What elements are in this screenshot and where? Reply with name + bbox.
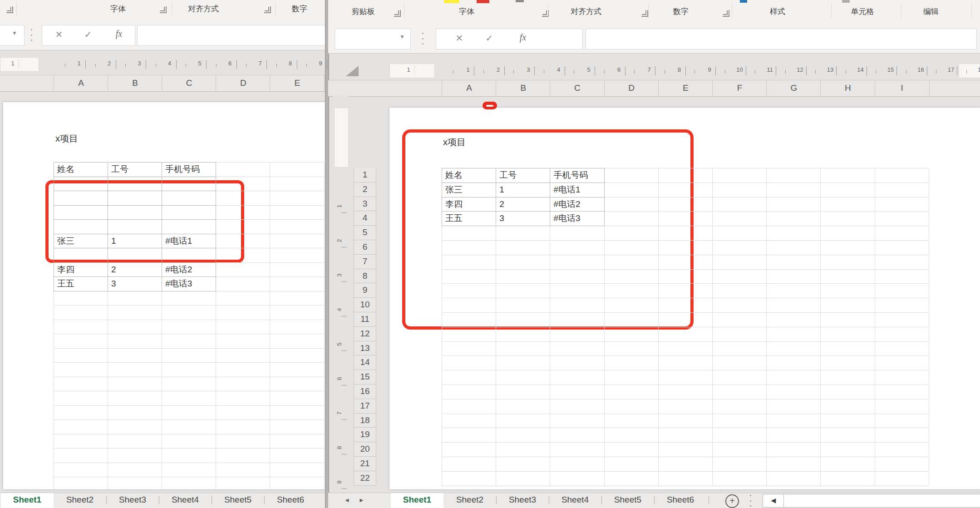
left-column-header-D[interactable]: D	[216, 75, 270, 91]
right-insert-function-icon[interactable]: fx	[516, 32, 530, 43]
left-header-row-cell[interactable]: 手机号码	[165, 162, 214, 177]
right-column-header-G[interactable]: G	[766, 80, 821, 96]
left-column-header-B[interactable]: B	[108, 75, 162, 91]
right-row-header-4[interactable]: 4	[354, 211, 376, 226]
right-column-header-A[interactable]: A	[442, 80, 496, 96]
right-header-row-cell[interactable]: 姓名	[445, 168, 494, 182]
left-sheet-title[interactable]: x项目	[55, 132, 78, 145]
right-row-header-1[interactable]: 1	[354, 168, 376, 182]
right-row-header-10[interactable]: 10	[354, 298, 376, 312]
left-insert-function-icon[interactable]: fx	[112, 29, 126, 39]
right-row-header-12[interactable]: 12	[354, 327, 376, 341]
right-data-row-cell[interactable]: #电话2	[553, 197, 602, 212]
right-column-header-I[interactable]: I	[875, 80, 930, 96]
right-row-header-8[interactable]: 8	[354, 269, 376, 284]
right-column-header-C[interactable]: C	[550, 80, 604, 96]
right-sheet-tab-Sheet5[interactable]: Sheet5	[601, 493, 654, 508]
right-data-row-cell[interactable]: 李四	[445, 197, 494, 212]
right-data-row-cell[interactable]: 3	[499, 211, 548, 226]
right-sheet-nav-next-icon[interactable]: ►	[359, 495, 369, 506]
right-row-header-14[interactable]: 14	[354, 355, 376, 370]
right-group-launcher-icon[interactable]	[394, 10, 401, 17]
right-row-header-21[interactable]: 21	[354, 457, 376, 471]
right-row-header-20[interactable]: 20	[354, 442, 376, 457]
left-column-header-A[interactable]: A	[54, 75, 108, 91]
right-enter-icon[interactable]: ✓	[482, 33, 497, 44]
right-row-header-9[interactable]: 9	[354, 283, 376, 298]
left-formula-input[interactable]	[137, 25, 327, 46]
right-header-row-cell[interactable]: 工号	[499, 168, 548, 182]
left-sheet-tab-Sheet3[interactable]: Sheet3	[106, 493, 159, 508]
left-sheet-tab-Sheet1[interactable]: Sheet1	[1, 493, 54, 508]
right-data-row-cell[interactable]: #电话3	[553, 211, 602, 226]
left-group-launcher-icon[interactable]	[160, 6, 167, 13]
right-sheet-tab-Sheet6[interactable]: Sheet6	[654, 493, 707, 508]
right-column-header-F[interactable]: F	[712, 80, 767, 96]
right-column-header-H[interactable]: H	[820, 80, 875, 96]
font-color-swatch-icon[interactable]	[477, 0, 489, 3]
left-column-header-C[interactable]: C	[162, 75, 216, 91]
right-column-header-D[interactable]: D	[604, 80, 659, 96]
left-data-row-cell[interactable]: 2	[111, 262, 160, 277]
right-group-launcher-icon[interactable]	[723, 10, 729, 17]
right-row-header-7[interactable]: 7	[354, 255, 376, 269]
window-divider[interactable]	[325, 0, 329, 508]
right-row-header-13[interactable]: 13	[354, 341, 376, 356]
highlight-color-swatch-icon[interactable]	[444, 0, 459, 3]
right-data-row-cell[interactable]: 张三	[445, 182, 494, 197]
right-sheet-nav-prev-icon[interactable]: ◄	[344, 495, 355, 506]
left-cancel-icon[interactable]: ✕	[52, 29, 66, 40]
right-column-header-E[interactable]: E	[658, 80, 713, 96]
right-row-header-5[interactable]: 5	[354, 226, 376, 240]
right-data-row-cell[interactable]: 王五	[445, 211, 494, 226]
right-name-box-dropdown-icon[interactable]: ▼	[398, 34, 407, 43]
left-data-row-cell[interactable]: #电话3	[165, 276, 214, 291]
select-all-triangle-icon[interactable]	[346, 66, 359, 76]
right-data-row-cell[interactable]: #电话1	[553, 182, 602, 197]
right-row-header-16[interactable]: 16	[354, 385, 376, 399]
left-data-row-cell[interactable]: 张三	[57, 234, 106, 248]
style-button-fragment-icon[interactable]	[740, 0, 747, 3]
right-formula-input[interactable]	[586, 29, 977, 49]
left-header-row-cell[interactable]: 姓名	[57, 162, 106, 177]
right-row-header-18[interactable]: 18	[354, 414, 376, 428]
right-row-header-6[interactable]: 6	[354, 240, 376, 255]
hscrollbar-track[interactable]	[783, 494, 980, 508]
left-data-row-cell[interactable]: 李四	[57, 262, 106, 277]
left-data-row-cell[interactable]: #电话1	[165, 234, 214, 248]
left-sheet-tab-Sheet4[interactable]: Sheet4	[159, 493, 212, 508]
left-sheet-tab-Sheet5[interactable]: Sheet5	[212, 493, 264, 508]
right-data-row-cell[interactable]: 1	[499, 182, 548, 197]
right-row-header-3[interactable]: 3	[354, 197, 376, 212]
right-row-header-22[interactable]: 22	[354, 471, 376, 486]
left-enter-icon[interactable]: ✓	[81, 29, 95, 40]
right-column-header-B[interactable]: B	[496, 80, 550, 96]
left-ruler-number: 1	[74, 59, 84, 68]
new-sheet-button[interactable]: +	[725, 494, 739, 508]
right-row-header-19[interactable]: 19	[354, 428, 376, 442]
border-button-fragment-icon[interactable]	[516, 0, 524, 2]
right-sheet-tab-Sheet1[interactable]: Sheet1	[391, 493, 443, 508]
right-sheet-tab-Sheet2[interactable]: Sheet2	[443, 493, 496, 508]
right-sheet-tab-Sheet3[interactable]: Sheet3	[496, 493, 549, 508]
left-cropped-group-launcher-icon[interactable]	[6, 6, 13, 13]
left-sheet-tab-Sheet2[interactable]: Sheet2	[54, 493, 106, 508]
left-data-row-cell[interactable]: #电话2	[165, 262, 214, 277]
hscrollbar-left-arrow[interactable]: ◀	[763, 494, 784, 508]
left-column-header-E[interactable]: E	[270, 75, 325, 91]
right-data-row-cell[interactable]: 2	[499, 197, 548, 212]
cells-button-fragment-icon[interactable]	[842, 0, 850, 3]
left-name-box-dropdown-icon[interactable]: ▼	[10, 30, 19, 39]
right-row-header-2[interactable]: 2	[354, 182, 376, 197]
left-header-row-cell[interactable]: 工号	[111, 162, 160, 177]
right-row-header-11[interactable]: 11	[354, 312, 376, 327]
left-data-row-cell[interactable]: 3	[111, 276, 160, 291]
left-data-row-cell[interactable]: 1	[111, 234, 160, 248]
right-sheet-tab-Sheet4[interactable]: Sheet4	[549, 493, 601, 508]
left-data-row-cell[interactable]: 王五	[57, 276, 106, 291]
left-sheet-tab-Sheet6[interactable]: Sheet6	[264, 493, 317, 508]
right-row-header-15[interactable]: 15	[354, 370, 376, 385]
right-header-row-cell[interactable]: 手机号码	[553, 168, 602, 182]
right-row-header-17[interactable]: 17	[354, 399, 376, 414]
right-cancel-icon[interactable]: ✕	[452, 33, 467, 44]
